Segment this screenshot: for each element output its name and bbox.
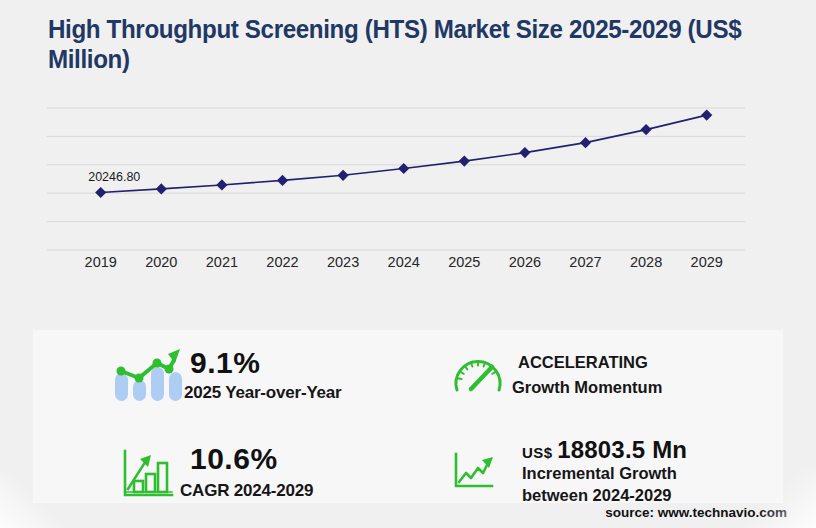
- incremental-line1: Incremental Growth: [522, 464, 677, 483]
- chart-area: 2019202020212022202320242025202620272028…: [30, 95, 790, 273]
- first-point-label: 20246.80: [88, 170, 140, 184]
- svg-text:2019: 2019: [85, 254, 117, 270]
- incremental-value-row: US$ 18803.5 Mn: [522, 436, 687, 464]
- momentum-line2: Growth Momentum: [512, 378, 662, 397]
- yoy-label: 2025 Year-over-Year: [184, 383, 342, 403]
- page-title: High Throughput Screening (HTS) Market S…: [48, 14, 769, 74]
- svg-text:2021: 2021: [206, 254, 238, 270]
- svg-text:2020: 2020: [145, 254, 177, 270]
- series-markers: [95, 109, 712, 198]
- series-line: [101, 115, 707, 192]
- svg-text:2023: 2023: [327, 254, 359, 270]
- momentum-line1: ACCELERATING: [518, 353, 648, 372]
- incremental-line2: between 2024-2029: [522, 486, 672, 505]
- zigzag-growth-arrow-icon: [452, 452, 494, 490]
- svg-text:2027: 2027: [569, 254, 601, 270]
- incremental-currency: US$: [522, 444, 553, 461]
- svg-text:2026: 2026: [509, 254, 541, 270]
- cagr-label: CAGR 2024-2029: [180, 481, 313, 501]
- svg-text:2022: 2022: [266, 254, 298, 270]
- svg-text:2029: 2029: [691, 254, 723, 270]
- svg-text:2025: 2025: [448, 254, 480, 270]
- cagr-value: 10.6%: [190, 442, 278, 476]
- yoy-value: 9.1%: [190, 346, 260, 380]
- stats-panel: 9.1% 2025 Year-over-Year ACCELERATING Gr…: [33, 330, 783, 503]
- svg-text:2028: 2028: [630, 254, 662, 270]
- infographic-page: High Throughput Screening (HTS) Market S…: [0, 0, 816, 528]
- incremental-value: 18803.5 Mn: [557, 436, 687, 463]
- bar-chart-trend-up-icon: [112, 347, 182, 403]
- source-credit: source: www.technavio.com: [605, 505, 787, 520]
- x-axis-labels: 2019202020212022202320242025202620272028…: [85, 254, 723, 270]
- market-size-chart: 2019202020212022202320242025202620272028…: [30, 95, 790, 273]
- gridlines: [47, 108, 745, 250]
- svg-text:2024: 2024: [388, 254, 420, 270]
- growth-bars-arrow-icon: [120, 448, 176, 500]
- speedometer-gauge-icon: [450, 353, 506, 397]
